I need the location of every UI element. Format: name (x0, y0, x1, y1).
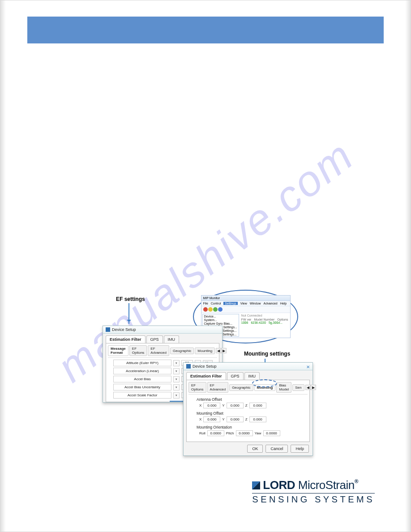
app-icon (186, 364, 191, 369)
tab-estimation-filter[interactable]: Estimation Filter (106, 335, 146, 343)
device-list-pane: Not Connected FW ver Model Number Option… (240, 313, 290, 338)
mount-x-input[interactable]: 0.000 (203, 416, 220, 422)
cancel-button[interactable]: Cancel (265, 445, 288, 453)
table-header: FW ver Model Number Options (241, 318, 289, 321)
dialog-titlebar: Device Setup ✕ (184, 363, 313, 370)
menu-item[interactable]: Advanced (264, 302, 278, 305)
menu-item-active[interactable]: Settings (223, 302, 237, 305)
menu-item[interactable]: View (240, 302, 247, 305)
axis-label: Pitch (226, 431, 234, 435)
orient-pitch-input[interactable]: 0.0000 (236, 430, 253, 436)
subtab-message-format[interactable]: Message Format (108, 345, 128, 356)
tab-imu[interactable]: IMU (164, 335, 180, 343)
registered-icon: ® (355, 478, 358, 485)
toolbar-icon[interactable] (203, 307, 208, 312)
msg-label[interactable]: Accel Scale Factor (113, 392, 171, 399)
dropdown-icon[interactable]: ▾ (173, 392, 180, 399)
annotation-mounting-settings: Mounting settings (244, 351, 290, 357)
subtab-sensor[interactable]: Sen (292, 384, 304, 391)
app-title: MIP Monitor (201, 296, 290, 301)
antenna-z-input[interactable]: 0.000 (249, 403, 266, 408)
orient-roll-input[interactable]: 0.0000 (207, 430, 224, 436)
tab-gps[interactable]: GPS (227, 372, 244, 380)
axis-label: Roll (199, 431, 206, 435)
page-shadow (405, 0, 411, 532)
axis-label: X (199, 403, 201, 408)
menu-item[interactable]: Control (211, 302, 221, 305)
msg-label[interactable]: Attitude (Euler RPY) (113, 360, 171, 366)
document-page: manualshive.com MIP Monitor File Control… (0, 0, 411, 532)
footer-logo: LORD MicroStrain® SENSING SYSTEMS (252, 478, 375, 505)
axis-label: Y (222, 403, 224, 408)
menu-item[interactable]: Help (280, 302, 287, 305)
arrow-icon (128, 303, 129, 324)
subtab-bias-model[interactable]: Bias Model (276, 382, 291, 393)
toolbar-icon[interactable] (213, 307, 218, 312)
antenna-x-input[interactable]: 0.000 (203, 403, 220, 408)
tab-estimation-filter[interactable]: Estimation Filter (186, 372, 226, 380)
menu-popup-item[interactable]: Capture Gyro Bias... (204, 322, 237, 325)
mount-z-input[interactable]: 0.000 (249, 416, 266, 422)
tab-imu[interactable]: IMU (244, 372, 260, 380)
dropdown-icon[interactable]: ▾ (173, 368, 180, 374)
app-icon (106, 327, 110, 332)
msg-label[interactable]: Accel Bias Uncertainty (113, 384, 171, 390)
device-setup-dialog-2: Device Setup ✕ Estimation Filter GPS IMU… (183, 362, 313, 456)
antenna-y-input[interactable]: 0.000 (227, 403, 244, 408)
scroll-left-icon[interactable]: ◀ (305, 385, 311, 390)
dropdown-icon[interactable]: ▾ (173, 376, 180, 382)
subtab-ef-options[interactable]: EF Options (188, 382, 206, 393)
mounting-offset-label: Mounting Offset (197, 411, 308, 416)
toolbar-icon[interactable] (218, 307, 223, 312)
ok-button[interactable]: OK (247, 445, 263, 453)
dialog-titlebar: Device Setup (103, 326, 222, 334)
subtab-geographic[interactable]: Geographic (170, 348, 194, 354)
brand-microstrain: MicroStrain (298, 478, 355, 492)
subtab-ef-advanced[interactable]: EF Advanced (148, 345, 169, 356)
orient-yaw-input[interactable]: 0.0000 (263, 430, 280, 436)
annotation-ef-settings: EF settings (116, 296, 145, 302)
mounting-highlight-ellipse (252, 379, 277, 387)
dialog-title: Device Setup (112, 327, 136, 332)
tab-scroll: ◀ ▶ (216, 348, 227, 353)
menubar: File Control Settings View Window Advanc… (201, 301, 290, 306)
subtab-mounting[interactable]: Mounting (195, 348, 215, 354)
tab-scroll: ◀ ▶ (305, 385, 316, 390)
scroll-right-icon[interactable]: ▶ (221, 348, 227, 353)
scroll-right-icon[interactable]: ▶ (311, 385, 316, 390)
dropdown-icon[interactable]: ▾ (173, 384, 180, 390)
axis-label: Z (245, 417, 248, 421)
logo-mark-icon (252, 481, 260, 489)
subtabs-panel: EF Options EF Advanced Geographic Mounti… (186, 380, 310, 442)
subtab-ef-options[interactable]: EF Options (129, 345, 147, 356)
close-icon[interactable]: ✕ (306, 365, 310, 369)
header-band (27, 17, 384, 43)
dialog-buttons: OK Cancel Help (184, 442, 313, 455)
toolbar (201, 306, 290, 313)
mounting-orientation-fields: Roll0.0000 Pitch0.0000 Yaw0.0000 (199, 430, 308, 436)
mounting-orientation-label: Mounting Orientation (197, 425, 308, 429)
menu-popup-item[interactable]: System... (204, 318, 237, 322)
toolbar-icon[interactable] (208, 307, 213, 312)
tab-gps[interactable]: GPS (146, 335, 163, 343)
menu-item[interactable]: File (203, 302, 208, 305)
help-button[interactable]: Help (291, 445, 309, 453)
dropdown-icon[interactable]: ▾ (173, 360, 180, 366)
subtab-ef-advanced[interactable]: EF Advanced (207, 382, 229, 393)
dialog-title: Device Setup (193, 364, 217, 369)
brand-lord: LORD (263, 478, 295, 492)
axis-label: Y (222, 417, 224, 421)
menu-popup-item[interactable]: Device... (204, 315, 237, 318)
menu-item[interactable]: Window (250, 302, 261, 305)
scroll-left-icon[interactable]: ◀ (216, 348, 221, 353)
table-row[interactable]: 1006 6236-4220 5g,300d... (241, 321, 289, 324)
subtab-geographic[interactable]: Geographic (229, 384, 253, 391)
main-tabs: Estimation Filter GPS IMU (184, 370, 313, 380)
msg-label[interactable]: Acceleration (Linear) (113, 368, 171, 374)
mount-y-input[interactable]: 0.000 (227, 416, 244, 422)
antenna-offset-label: Antenna Offset (197, 397, 308, 402)
msg-label[interactable]: Accel Bias (113, 376, 171, 382)
brand-tagline: SENSING SYSTEMS (252, 493, 375, 505)
axis-label: Z (245, 403, 248, 408)
main-tabs: Estimation Filter GPS IMU (103, 334, 222, 343)
